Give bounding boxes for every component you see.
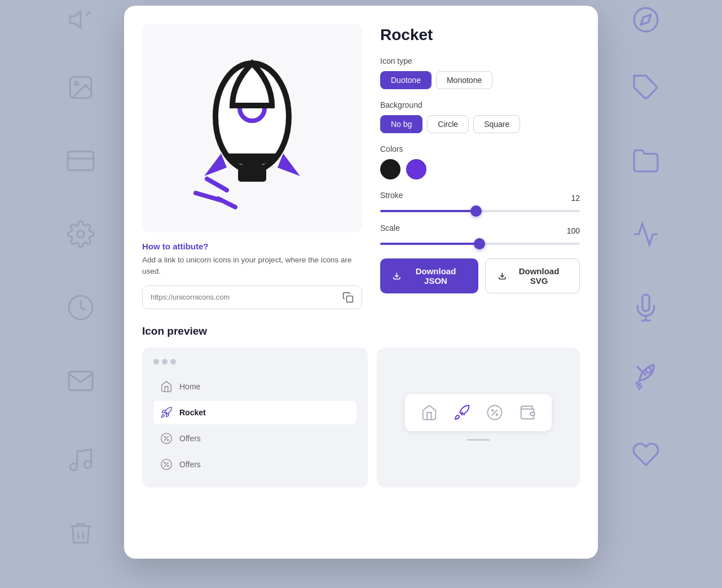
svg-point-36 xyxy=(496,414,498,416)
card-dot-3 xyxy=(170,359,176,365)
tab-rocket[interactable] xyxy=(454,404,470,421)
colors-row xyxy=(380,159,580,179)
card-dot-2 xyxy=(162,359,168,365)
download-json-label: Download JSON xyxy=(406,266,466,286)
svg-rect-18 xyxy=(238,165,266,182)
colors-label: Colors xyxy=(380,144,580,153)
preview-cards: Home Rocket xyxy=(142,348,580,488)
tab-offers[interactable] xyxy=(486,404,503,421)
icon-type-group: Duotone Monotone xyxy=(380,71,580,89)
scale-value: 100 xyxy=(567,226,580,235)
nav-item-offers-1[interactable]: Offers xyxy=(153,427,356,450)
svg-line-19 xyxy=(207,179,227,190)
url-input[interactable] xyxy=(143,286,334,308)
svg-point-31 xyxy=(164,462,165,463)
download-svg-label: Download SVG xyxy=(511,266,567,286)
svg-line-21 xyxy=(218,199,235,207)
tab-home-icon xyxy=(421,404,438,421)
icon-preview-section: Icon preview xyxy=(142,325,580,488)
download-row: Download JSON Download SVG xyxy=(380,258,580,293)
attribution-section: How to attibute? Add a link to unicorn i… xyxy=(142,242,362,309)
background-label: Background xyxy=(380,100,580,109)
stroke-section: Stroke 12 xyxy=(380,191,580,212)
icon-type-section: Icon type Duotone Monotone xyxy=(380,56,580,89)
card-dots xyxy=(153,359,356,365)
rocket-illustration xyxy=(173,43,331,213)
icon-type-label: Icon type xyxy=(380,56,580,65)
url-input-row xyxy=(142,286,362,309)
modal-backdrop: How to attibute? Add a link to unicorn i… xyxy=(0,0,722,588)
download-svg-btn[interactable]: Download SVG xyxy=(485,258,580,293)
nav-item-offers2-label: Offers xyxy=(179,460,201,469)
tab-wallet[interactable] xyxy=(519,404,536,421)
attribution-title[interactable]: How to attibute? xyxy=(142,242,362,251)
tab-wallet-icon xyxy=(519,404,536,421)
tab-bar-indicator xyxy=(467,439,490,441)
scale-slider[interactable] xyxy=(380,243,580,245)
nav-item-offers1-label: Offers xyxy=(179,434,201,443)
tab-bar-inner xyxy=(405,394,552,441)
nav-item-rocket-label: Rocket xyxy=(179,408,206,417)
svg-point-32 xyxy=(168,465,169,466)
rocket-nav-icon xyxy=(160,406,173,419)
download-icon-svg xyxy=(498,271,507,280)
nav-list: Home Rocket xyxy=(153,375,356,476)
svg-rect-22 xyxy=(347,296,353,302)
bg-circle-btn[interactable]: Circle xyxy=(427,115,469,133)
scale-section: Scale 100 xyxy=(380,223,580,245)
nav-item-home[interactable]: Home xyxy=(153,375,356,398)
home-nav-icon xyxy=(160,380,173,393)
card-dot-1 xyxy=(153,359,159,365)
colors-section: Colors xyxy=(380,144,580,179)
nav-item-home-label: Home xyxy=(179,382,200,391)
svg-point-35 xyxy=(492,410,494,411)
svg-point-28 xyxy=(168,439,169,440)
modal: How to attibute? Add a link to unicorn i… xyxy=(124,6,598,559)
stroke-header: Stroke 12 xyxy=(380,191,580,205)
preview-section-title: Icon preview xyxy=(142,325,580,337)
tab-bar-card xyxy=(377,348,580,488)
icon-name: Rocket xyxy=(380,26,580,44)
modal-top: How to attibute? Add a link to unicorn i… xyxy=(142,24,580,309)
color-swatch-purple[interactable] xyxy=(406,159,426,179)
stroke-slider[interactable] xyxy=(380,210,580,212)
background-section: Background No bg Circle Square xyxy=(380,100,580,133)
left-panel: How to attibute? Add a link to unicorn i… xyxy=(142,24,362,309)
bg-nobg-btn[interactable]: No bg xyxy=(380,115,422,133)
tab-rocket-icon xyxy=(454,404,470,421)
nav-item-rocket[interactable]: Rocket xyxy=(153,401,356,424)
icon-preview-box xyxy=(142,24,362,232)
background-group: No bg Circle Square xyxy=(380,115,580,133)
nav-item-offers-2[interactable]: Offers xyxy=(153,453,356,476)
stroke-value: 12 xyxy=(571,194,580,203)
tab-home[interactable] xyxy=(421,404,438,421)
color-swatch-black[interactable] xyxy=(380,159,400,179)
offers1-nav-icon xyxy=(160,432,173,445)
copy-button[interactable] xyxy=(334,286,362,309)
svg-point-27 xyxy=(164,436,165,437)
icon-config: Rocket Icon type Duotone Monotone Backgr… xyxy=(380,24,580,309)
icon-type-duotone-btn[interactable]: Duotone xyxy=(380,71,432,89)
stroke-label: Stroke xyxy=(380,191,403,200)
scale-header: Scale 100 xyxy=(380,223,580,238)
nav-preview-card: Home Rocket xyxy=(142,348,368,488)
tab-offers-icon xyxy=(486,404,503,421)
scale-label: Scale xyxy=(380,223,400,232)
bg-square-btn[interactable]: Square xyxy=(473,115,520,133)
download-json-btn[interactable]: Download JSON xyxy=(380,258,478,293)
attribution-desc: Add a link to unicorn icons in your proj… xyxy=(142,254,362,278)
icon-type-monotone-btn[interactable]: Monotone xyxy=(436,71,492,89)
download-icon-json xyxy=(393,271,401,280)
offers2-nav-icon xyxy=(160,458,173,471)
tab-bar-icons xyxy=(405,394,552,431)
